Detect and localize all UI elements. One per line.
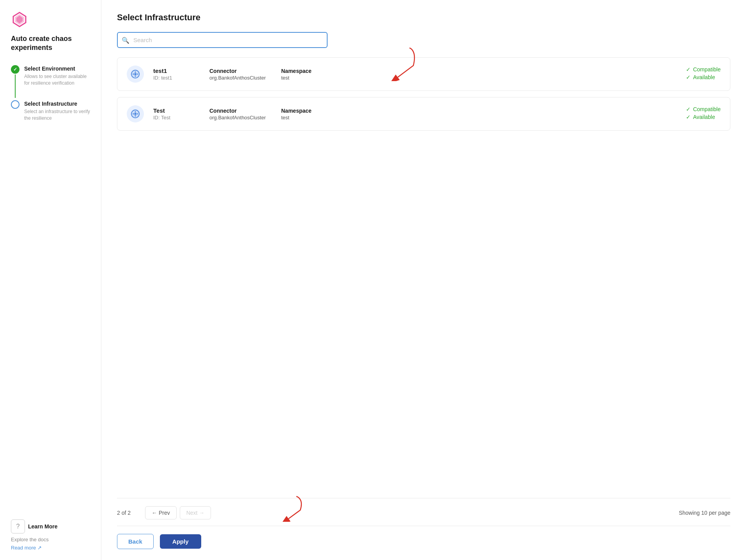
step-1-desc: Allows to see cluster available for resi… [24,73,93,87]
status-available-2: ✓ Available [686,114,721,120]
svg-point-9 [135,113,136,115]
namespace-label-1: Namespace [281,68,320,74]
logo-icon [11,11,28,28]
infra-name-2: Test [153,107,200,114]
back-button[interactable]: Back [117,534,154,549]
check-icon-2: ✓ [686,74,691,80]
showing-text: Showing 10 per page [679,510,730,516]
pagination-buttons: ← Prev Next → [145,506,211,519]
connector-label-1: Connector [209,68,272,74]
page-title: Select Infrastructure [117,12,730,23]
namespace-value-1: test [281,75,320,81]
step-2-desc: Select an infrastructure to verify the r… [24,108,93,122]
kubernetes-icon-2 [127,105,144,122]
apply-button[interactable]: Apply [160,534,201,549]
infra-card-test[interactable]: Test ID: Test Connector org.BankofAnthos… [117,97,730,131]
step-select-environment: Select Environment Allows to see cluster… [11,65,93,99]
check-icon-4: ✓ [686,114,691,120]
svg-point-6 [135,73,136,75]
step-connector-line [15,74,16,98]
status-compatible-2: ✓ Compatible [686,106,721,112]
infra-name-1: test1 [153,67,200,74]
step-select-infrastructure: Select Infrastructure Select an infrastr… [11,100,93,122]
connector-label-2: Connector [209,108,272,114]
explore-docs-text: Explore the docs [11,537,93,542]
sidebar: Auto create chaos experiments Select Env… [0,0,101,560]
kubernetes-icon-1 [127,66,144,83]
learn-more-title: Learn More [28,523,57,530]
connector-value-2: org.BankofAnthosCluster [209,115,272,121]
infrastructure-list: test1 ID: test1 Connector org.BankofAnth… [117,57,730,492]
next-button[interactable]: Next → [180,506,211,519]
status-compatible-1: ✓ Compatible [686,66,721,73]
learn-more-section: ? Learn More Explore the docs Read more … [11,510,93,551]
search-container: 🔍 [117,32,328,48]
main-content: Select Infrastructure 🔍 [101,0,746,560]
prev-button[interactable]: ← Prev [145,506,177,519]
check-icon-3: ✓ [686,106,691,112]
namespace-value-2: test [281,115,320,121]
search-input[interactable] [117,32,328,48]
infra-id-2: ID: Test [153,115,200,121]
step-2-circle [11,100,19,109]
step-2-label: Select Infrastructure [24,101,93,107]
help-icon: ? [11,519,25,533]
app-title: Auto create chaos experiments [11,34,93,53]
infra-id-1: ID: test1 [153,75,200,81]
connector-value-1: org.BankofAnthosCluster [209,75,272,81]
namespace-label-2: Namespace [281,108,320,114]
page-count: 2 of 2 [117,510,140,516]
search-icon: 🔍 [122,36,129,44]
status-available-1: ✓ Available [686,74,721,80]
read-more-link[interactable]: Read more ↗ [11,545,93,551]
step-1-label: Select Environment [24,66,93,72]
footer-bar: Back Apply [117,526,730,560]
infra-card-test1[interactable]: test1 ID: test1 Connector org.BankofAnth… [117,57,730,91]
step-1-circle [11,65,19,74]
check-icon-1: ✓ [686,66,691,73]
steps-container: Select Environment Allows to see cluster… [11,65,93,510]
pagination-bar: 2 of 2 ← Prev Next → Showing 10 per page [117,498,730,526]
external-link-icon: ↗ [37,545,42,551]
